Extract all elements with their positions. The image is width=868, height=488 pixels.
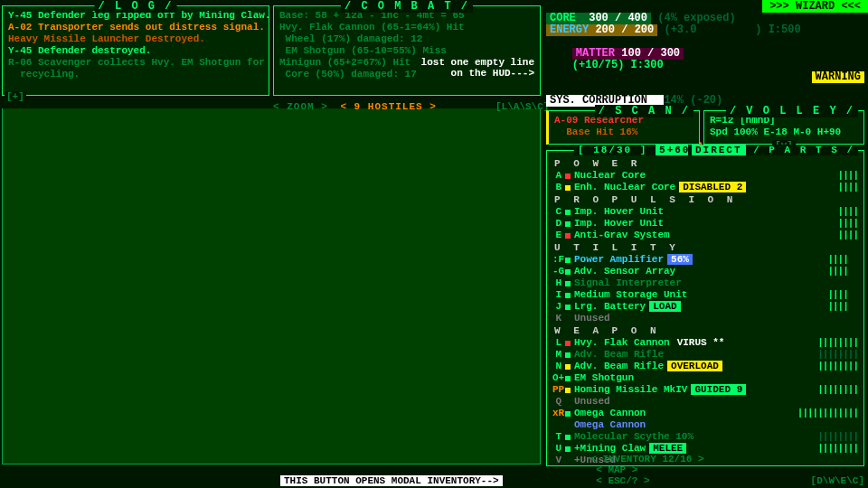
part-integrity: |||||||| — [817, 431, 858, 442]
matter-stat: MATTER — [576, 47, 615, 60]
map-view[interactable] — [2, 108, 541, 465]
part-status-icon — [565, 411, 571, 417]
part-status-icon — [565, 341, 571, 346]
map-modes[interactable]: [L\A\S\C] — [495, 101, 549, 112]
part-badge: 56% — [667, 254, 693, 265]
parts-panel: [ 18/30 ] 5+60 DIRECT / P A R T S / P O … — [546, 150, 864, 466]
part-status-icon — [565, 233, 571, 239]
combat-panel: / C O M B A T / Base: 58 + 12a - 1hc - 4… — [273, 5, 541, 96]
volley-title: / V O L L E Y / — [726, 105, 858, 117]
combat-line: EM Shotgun (65-10=55%) Miss — [279, 45, 534, 57]
log-panel: / L O G / Y-45 Defender leg ripped off b… — [2, 5, 269, 96]
part-status-icon — [565, 221, 571, 227]
part-key: E — [552, 230, 561, 240]
part-row[interactable]: O+EM Shotgun — [552, 372, 858, 383]
volley-spd: Spd 100% E-18 M-0 H+90 — [710, 127, 858, 138]
part-status-icon — [565, 185, 571, 191]
part-status-icon — [565, 281, 571, 286]
part-status-icon — [565, 305, 571, 310]
combat-note-1: lost one empty line — [421, 57, 534, 68]
part-row[interactable]: xROmega Cannon|||||||||||| — [552, 408, 858, 418]
part-key: I — [552, 289, 561, 300]
inventory-toggle[interactable]: < INVENTORY 12/16 > — [590, 454, 703, 465]
part-row[interactable]: KUnused — [552, 313, 858, 324]
part-badge: DISABLED 2 — [679, 182, 746, 192]
part-row[interactable]: DImp. Hover Unit|||| — [552, 218, 858, 229]
part-name: Imp. Hover Unit — [574, 206, 664, 217]
part-badge: VIRUS ** — [674, 337, 729, 348]
esc-toggle[interactable]: < ESC/? > — [596, 475, 649, 486]
part-integrity: |||||||| — [817, 443, 858, 454]
part-row[interactable]: Omega Cannon — [552, 419, 858, 430]
parts-section-header: P R O P U L S I O N — [554, 194, 858, 205]
part-integrity: |||| — [827, 301, 858, 312]
bottom-modes[interactable]: [D\W\E\C] — [811, 475, 864, 486]
part-row[interactable]: IMedium Storage Unit|||| — [552, 289, 858, 300]
part-row[interactable]: NAdv. Beam RifleOVERLOAD|||||||| — [552, 361, 858, 371]
parts-section-header: P O W E R — [554, 158, 858, 169]
part-name: EM Shotgun — [574, 372, 634, 383]
part-integrity: |||||||| — [817, 337, 858, 348]
part-badge: LOAD — [649, 301, 680, 312]
part-integrity: |||||||| — [817, 361, 858, 371]
log-expand[interactable]: [+] — [5, 91, 26, 102]
scan-hit: Base Hit 16% — [554, 127, 693, 138]
part-name: Unused — [574, 313, 610, 324]
combat-title: / C O M B A T / — [341, 0, 473, 13]
part-key: C — [552, 206, 561, 217]
map-toggle[interactable]: < MAP > — [596, 465, 637, 475]
scan-panel: / S C A N / A-09 Researcher Base Hit 16% — [546, 110, 700, 145]
part-key: M — [552, 349, 561, 360]
wizard-banner: >>> WIZARD <<< — [762, 0, 868, 13]
part-row[interactable]: ANuclear Core|||| — [552, 170, 858, 181]
part-row[interactable]: CImp. Hover Unit|||| — [552, 206, 858, 217]
part-row[interactable]: TMolecular Scythe 10%|||||||| — [552, 431, 858, 442]
parts-section-header: U T I L I T Y — [554, 242, 858, 253]
part-key: O+ — [552, 372, 561, 383]
part-row[interactable]: -GAdv. Sensor Array|||| — [552, 266, 858, 277]
part-integrity: |||| — [838, 182, 858, 192]
part-row[interactable]: EAnti-Grav System|||| — [552, 230, 858, 240]
part-name: Omega Cannon — [574, 419, 646, 430]
part-row[interactable]: QUnused — [552, 396, 858, 407]
part-status-icon — [565, 376, 571, 381]
part-row[interactable]: HSignal Interpreter — [552, 277, 858, 288]
direct-badge[interactable]: DIRECT — [692, 145, 746, 155]
hostiles-count: < 9 HOSTILES > — [340, 101, 436, 112]
log-line: R-06 Scavenger collects Hvy. EM Shotgun … — [8, 57, 263, 69]
inventory-button-label: THIS BUTTON OPENS MODAL INVENTORY--> — [280, 475, 503, 486]
part-row[interactable]: JLrg. BatteryLOAD|||| — [552, 301, 858, 312]
matter-extra: (+10/75) I:300 — [572, 59, 664, 71]
part-integrity: |||||||| — [817, 384, 858, 395]
scan-title: / S C A N / — [595, 105, 693, 117]
part-name: Anti-Grav System — [574, 230, 670, 240]
energy-extra: (+3.0 ) I:500 — [664, 23, 800, 36]
part-name: Adv. Sensor Array — [574, 266, 675, 277]
part-row[interactable]: :FPower Amplifier56%|||| — [552, 254, 858, 265]
part-row[interactable]: BEnh. Nuclear CoreDISABLED 2|||| — [552, 182, 858, 192]
part-integrity: |||| — [838, 230, 858, 240]
part-row[interactable]: LHvy. Flak CannonVIRUS **|||||||| — [552, 337, 858, 348]
part-name: Medium Storage Unit — [574, 289, 687, 300]
part-row[interactable]: MAdv. Beam Rifle|||||||| — [552, 349, 858, 360]
part-name: Adv. Beam Rifle — [574, 349, 664, 360]
part-row[interactable]: PPHoming Missile MkIVGUIDED 9|||||||| — [552, 384, 858, 395]
part-status-icon — [565, 258, 571, 263]
part-status-icon — [565, 293, 571, 298]
part-name: Hvy. Flak Cannon — [574, 337, 670, 348]
parts-count: [ 18/30 ] 5+60 — [574, 145, 697, 155]
core-extra: (4% exposed) — [657, 12, 735, 24]
part-name: Adv. Beam Rifle — [574, 361, 664, 371]
part-key: PP — [552, 384, 561, 395]
part-integrity: |||| — [827, 266, 858, 277]
part-integrity: |||| — [838, 170, 858, 181]
part-key: -G — [552, 266, 561, 277]
warning-badge: WARNING — [812, 71, 864, 83]
zoom-control[interactable]: < ZOOM > — [273, 101, 328, 112]
part-name: Enh. Nuclear Core — [574, 182, 675, 192]
part-status-icon — [565, 435, 571, 440]
part-key: B — [552, 182, 561, 192]
part-badge: GUIDED 9 — [691, 384, 746, 395]
part-status-icon — [565, 446, 571, 452]
part-status-icon — [565, 364, 571, 370]
